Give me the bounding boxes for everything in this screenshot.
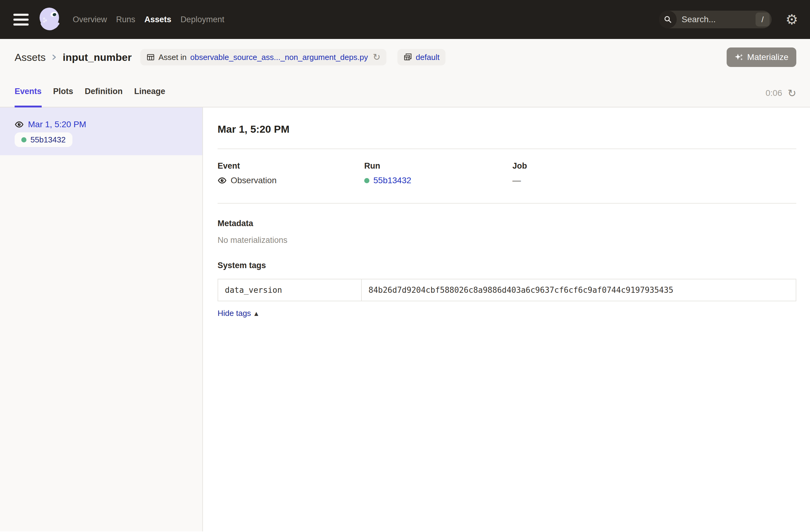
event-list-sidebar: Mar 1, 5:20 PM 55b13432 — [0, 108, 203, 531]
asset-group-pill: default — [398, 49, 446, 65]
page-title: input_number — [63, 51, 132, 63]
nav-item-assets[interactable]: Assets — [145, 15, 172, 25]
run-column-header: Run — [364, 161, 513, 171]
event-summary-columns: Event Observation Run 55b13 — [217, 161, 796, 186]
event-column: Event Observation — [217, 161, 364, 186]
job-column: Job — — [513, 161, 796, 186]
tab-definition[interactable]: Definition — [85, 87, 123, 108]
tab-plots[interactable]: Plots — [53, 87, 73, 108]
nav-right-group: Search... / ⚙ — [659, 11, 800, 28]
search-icon — [659, 11, 677, 28]
nav-item-overview[interactable]: Overview — [73, 15, 107, 25]
refresh-icon[interactable]: ↻ — [788, 88, 797, 98]
refresh-countdown: 0:06 — [765, 88, 782, 98]
eye-icon — [217, 176, 227, 185]
primary-nav: Overview Runs Assets Deployment — [73, 15, 224, 25]
metadata-empty-text: No materializations — [217, 236, 796, 245]
event-timestamp-link[interactable]: Mar 1, 5:20 PM — [15, 119, 195, 129]
tag-value-cell: 84b26d7d9204cbf588026c8a9886d403a6c9637c… — [362, 279, 796, 301]
hide-tags-label: Hide tags — [217, 309, 251, 318]
asset-group-icon — [404, 53, 412, 62]
divider — [217, 148, 796, 149]
divider — [217, 203, 796, 204]
run-id-badge[interactable]: 55b13432 — [15, 132, 72, 147]
nav-item-runs[interactable]: Runs — [116, 15, 135, 25]
system-tags-heading: System tags — [217, 261, 796, 270]
asset-tabs: Events Plots Definition Lineage 0:06 ↻ — [15, 68, 796, 108]
tag-key-cell: data_version — [218, 279, 362, 301]
asset-definition-pill: Asset in observable_source_ass..._non_ar… — [140, 49, 387, 65]
asset-in-label: Asset in — [159, 53, 187, 62]
refresh-group: 0:06 ↻ — [765, 88, 796, 108]
job-column-header: Job — [513, 161, 796, 171]
event-timestamp-label: Mar 1, 5:20 PM — [28, 119, 86, 129]
reload-definitions-icon[interactable]: ↻ — [373, 53, 380, 62]
hide-tags-link[interactable]: Hide tags ▲ — [217, 309, 258, 318]
event-detail-panel: Mar 1, 5:20 PM Event Observation — [203, 108, 810, 531]
event-column-header: Event — [217, 161, 364, 171]
asset-source-file-link[interactable]: observable_source_ass..._non_argument_de… — [190, 53, 368, 62]
run-id-label: 55b13432 — [30, 135, 66, 145]
caret-up-icon: ▲ — [254, 310, 258, 317]
run-status-dot — [21, 137, 27, 142]
table-icon — [146, 53, 155, 62]
materialize-label: Materialize — [747, 52, 789, 62]
eye-icon — [15, 120, 24, 129]
breadcrumb: Assets input_number — [15, 51, 132, 63]
run-value: 55b13432 — [364, 176, 513, 186]
event-list-item[interactable]: Mar 1, 5:20 PM 55b13432 — [0, 108, 202, 155]
event-type-value: Observation — [217, 176, 364, 186]
event-detail-title: Mar 1, 5:20 PM — [217, 123, 796, 135]
nav-item-deployment[interactable]: Deployment — [180, 15, 224, 25]
run-status-dot — [364, 178, 369, 183]
content: Mar 1, 5:20 PM 55b13432 Mar 1, 5:20 PM E… — [0, 108, 810, 531]
search-shortcut-badge: / — [756, 13, 770, 27]
asset-group-link[interactable]: default — [416, 53, 439, 62]
sparkle-icon — [734, 53, 744, 62]
chevron-right-icon — [51, 53, 57, 62]
system-tags-table: data_version 84b26d7d9204cbf588026c8a988… — [217, 279, 796, 301]
metadata-heading: Metadata — [217, 219, 796, 228]
search-placeholder: Search... — [682, 15, 756, 25]
run-id-link[interactable]: 55b13432 — [373, 176, 411, 186]
materialize-button[interactable]: Materialize — [727, 47, 796, 67]
top-nav: Overview Runs Assets Deployment Search..… — [0, 0, 810, 39]
search-input[interactable]: Search... / — [659, 11, 772, 28]
tab-lineage[interactable]: Lineage — [134, 87, 165, 108]
breadcrumb-row: Assets input_number Asset in observable_… — [15, 46, 796, 68]
breadcrumb-assets-link[interactable]: Assets — [15, 51, 46, 63]
event-type-label: Observation — [231, 176, 277, 186]
job-value: — — [513, 176, 796, 186]
tab-events[interactable]: Events — [15, 87, 42, 108]
dagster-logo-icon[interactable] — [36, 5, 65, 34]
run-column: Run 55b13432 — [364, 161, 513, 186]
asset-page-header: Assets input_number Asset in observable_… — [0, 39, 810, 108]
menu-icon[interactable] — [13, 14, 29, 26]
gear-icon[interactable]: ⚙ — [783, 11, 800, 28]
